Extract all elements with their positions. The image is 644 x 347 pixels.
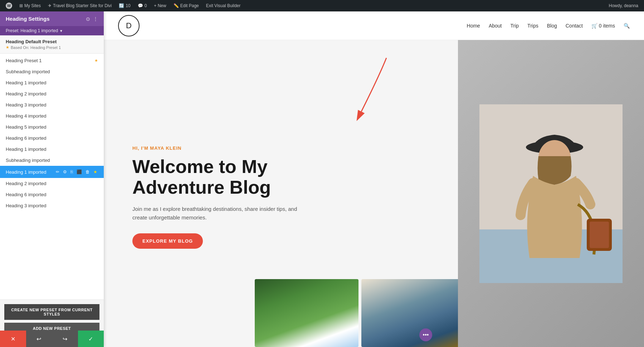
user-item[interactable]: Howdy, deanna <box>606 0 641 11</box>
preset-group-default: Heading Default Preset ★ Based On: Headi… <box>0 35 104 54</box>
preset-item-actions: ✏ ⚙ ⎘ ⬛ 🗑 ★ <box>55 169 98 175</box>
redo-button[interactable]: ↪ <box>52 331 78 347</box>
list-item[interactable]: Heading Preset 1 ★ <box>0 55 104 66</box>
preset-item-label: Heading 6 imported <box>6 135 98 141</box>
default-preset-sub: ★ Based On: Heading Preset 1 <box>6 45 98 50</box>
list-item[interactable]: Heading 2 imported <box>0 178 104 189</box>
preset-item-label: Heading Preset 1 <box>6 58 94 63</box>
wp-logo-item[interactable]: W <box>3 0 15 11</box>
preset-item-label: Heading 3 imported <box>6 102 98 108</box>
panel-header-icons: ⊙ ⋮ <box>86 16 98 22</box>
nav-blog[interactable]: Blog <box>547 23 557 29</box>
cart-icon[interactable]: 🛒 0 items <box>591 23 615 29</box>
edit-icon: ✏️ <box>174 3 179 8</box>
star-icon: ★ <box>94 58 98 63</box>
more-icon[interactable]: ⋮ <box>93 16 98 22</box>
preset-item-label: Subheading imported <box>6 69 98 74</box>
default-preset-title: Heading Default Preset <box>6 39 98 44</box>
preset-item-label: Heading 3 imported <box>6 203 98 208</box>
my-sites-label: My Sites <box>24 3 41 8</box>
list-item[interactable]: Heading 6 imported <box>0 133 104 144</box>
export-icon[interactable]: ⬛ <box>76 169 83 175</box>
list-item[interactable]: Heading 1 imported <box>0 144 104 155</box>
exit-builder-item[interactable]: Exit Visual Builder <box>203 0 244 11</box>
chevron-down-icon: ▼ <box>59 29 63 33</box>
comments-count: 0 <box>145 3 147 8</box>
hero-title: Welcome to My Adventure Blog <box>132 157 436 197</box>
hero-image-placeholder <box>458 40 644 347</box>
hero-tag: HI, I'M MAYA KLEIN <box>132 145 436 151</box>
preset-item-label: Heading 2 imported <box>6 91 98 96</box>
save-button[interactable]: ✓ <box>78 331 104 347</box>
duplicate-icon[interactable]: ⎘ <box>70 169 74 175</box>
list-item-active[interactable]: Heading 1 imported ✏ ⚙ ⎘ ⬛ 🗑 ★ <box>0 166 104 178</box>
list-item[interactable]: Heading 2 imported <box>0 88 104 99</box>
star-icon[interactable]: ★ <box>93 169 98 175</box>
undo-button[interactable]: ↩ <box>26 331 52 347</box>
red-arrow-annotation <box>351 54 394 127</box>
nav-trips[interactable]: Trips <box>527 23 538 29</box>
explore-button[interactable]: EXPLORE MY BLOG <box>132 233 203 249</box>
bottom-action-bar: ✕ ↩ ↪ ✓ <box>0 331 104 347</box>
thumbnail-lake <box>361 279 465 347</box>
list-item[interactable]: Heading 3 imported <box>0 99 104 110</box>
site-name-item[interactable]: ✈ Travel Blog Starter Site for Divi <box>45 0 114 11</box>
main-layout: Heading Settings ⊙ ⋮ Preset: Heading 1 i… <box>0 11 644 347</box>
preset-list: Heading Preset 1 ★ Subheading imported H… <box>0 54 104 299</box>
edit-page-label: Edit Page <box>180 3 199 8</box>
preset-item-label: Heading 1 imported <box>6 147 98 152</box>
wp-logo: W <box>6 3 12 9</box>
list-item[interactable]: Heading 3 imported <box>0 200 104 211</box>
preset-item-label: Heading 4 imported <box>6 113 98 119</box>
nav-home[interactable]: Home <box>467 23 480 29</box>
nav-about[interactable]: About <box>489 23 502 29</box>
preset-subtitle[interactable]: Preset: Heading 1 imported ▼ <box>0 26 104 35</box>
panel-header: Heading Settings ⊙ ⋮ <box>0 11 104 26</box>
edit-icon[interactable]: ✏ <box>55 169 60 175</box>
site-nav: D Home About Trip Trips Blog Contact 🛒 0… <box>104 11 644 40</box>
updates-item[interactable]: 🔄 10 <box>116 0 133 11</box>
hero-right-image <box>458 40 644 347</box>
admin-bar-right: Howdy, deanna <box>606 0 641 11</box>
new-item[interactable]: + New <box>151 0 169 11</box>
list-item[interactable]: Heading 4 imported <box>0 110 104 122</box>
sites-icon: ⊞ <box>19 3 23 8</box>
hero-person-svg <box>479 104 623 283</box>
settings-icon[interactable]: ⊙ <box>86 16 90 22</box>
preset-item-label: Heading 6 imported <box>6 192 98 197</box>
list-item[interactable]: Subheading imported <box>0 155 104 166</box>
settings-icon[interactable]: ⚙ <box>62 169 68 175</box>
site-logo: D <box>118 15 140 36</box>
svg-rect-6 <box>590 222 609 248</box>
thumbnails-area <box>255 279 465 347</box>
site-menu: Home About Trip Trips Blog Contact 🛒 0 i… <box>467 23 630 29</box>
preset-group-header: Heading Default Preset ★ Based On: Headi… <box>0 35 104 53</box>
comments-item[interactable]: 💬 0 <box>135 0 150 11</box>
list-item[interactable]: Heading 6 imported <box>0 189 104 200</box>
nav-trip[interactable]: Trip <box>511 23 519 29</box>
preset-item-label: Heading 2 imported <box>6 181 98 186</box>
page-dots-button[interactable]: ••• <box>419 328 432 341</box>
nav-contact[interactable]: Contact <box>566 23 583 29</box>
exit-label: Exit Visual Builder <box>206 3 241 8</box>
create-preset-button[interactable]: CREATE NEW PRESET FROM CURRENT STYLES <box>4 304 99 320</box>
preset-item-label: Heading 5 imported <box>6 124 98 130</box>
list-item[interactable]: Heading 5 imported <box>0 122 104 133</box>
update-icon: 🔄 <box>119 3 124 8</box>
list-item[interactable]: Subheading imported <box>0 66 104 77</box>
wp-admin-bar: W ⊞ My Sites ✈ Travel Blog Starter Site … <box>0 0 644 11</box>
star-icon: ★ <box>6 45 9 50</box>
hero-description: Join me as I explore breathtaking destin… <box>132 205 304 222</box>
website-area: D Home About Trip Trips Blog Contact 🛒 0… <box>104 11 644 347</box>
cancel-button[interactable]: ✕ <box>0 331 26 347</box>
edit-page-item[interactable]: ✏️ Edit Page <box>171 0 202 11</box>
sidebar-panel: Heading Settings ⊙ ⋮ Preset: Heading 1 i… <box>0 11 104 347</box>
hero-title-line2: Adventure Blog <box>132 177 271 198</box>
delete-icon[interactable]: 🗑 <box>85 169 91 175</box>
search-icon[interactable]: 🔍 <box>624 23 630 29</box>
site-icon: ✈ <box>48 3 52 8</box>
comment-icon: 💬 <box>138 3 143 8</box>
list-item[interactable]: Heading 1 imported <box>0 77 104 88</box>
my-sites-item[interactable]: ⊞ My Sites <box>16 0 44 11</box>
hero-left: HI, I'M MAYA KLEIN Welcome to My Adventu… <box>104 40 458 347</box>
